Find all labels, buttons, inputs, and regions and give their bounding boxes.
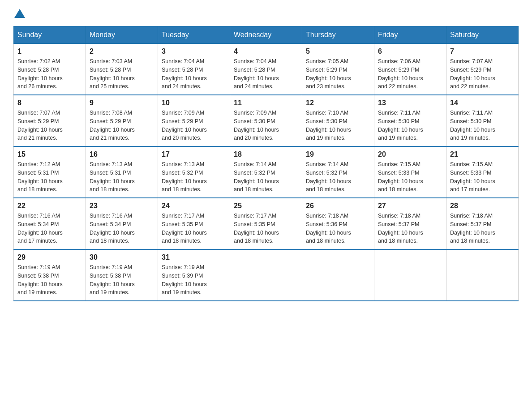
day-info: Sunrise: 7:11 AM Sunset: 5:30 PM Dayligh… [450,109,515,142]
calendar-day-cell: 28 Sunrise: 7:18 AM Sunset: 5:37 PM Dayl… [446,198,519,249]
day-info: Sunrise: 7:05 AM Sunset: 5:29 PM Dayligh… [306,57,370,91]
day-info: Sunrise: 7:09 AM Sunset: 5:29 PM Dayligh… [162,109,226,142]
calendar-day-cell: 24 Sunrise: 7:17 AM Sunset: 5:35 PM Dayl… [158,198,230,249]
calendar-day-cell: 2 Sunrise: 7:03 AM Sunset: 5:28 PM Dayli… [86,44,158,95]
calendar-day-cell: 3 Sunrise: 7:04 AM Sunset: 5:28 PM Dayli… [158,44,230,95]
calendar-day-cell: 27 Sunrise: 7:18 AM Sunset: 5:37 PM Dayl… [374,198,446,249]
day-info: Sunrise: 7:13 AM Sunset: 5:31 PM Dayligh… [90,160,154,194]
day-number: 7 [450,47,515,56]
calendar-week-row: 22 Sunrise: 7:16 AM Sunset: 5:34 PM Dayl… [14,198,519,249]
day-of-week-header: Tuesday [158,26,230,44]
calendar-day-cell: 9 Sunrise: 7:08 AM Sunset: 5:29 PM Dayli… [86,95,158,146]
day-number: 20 [378,150,442,158]
day-number: 8 [17,99,82,107]
day-info: Sunrise: 7:14 AM Sunset: 5:32 PM Dayligh… [234,160,298,194]
calendar-day-cell: 23 Sunrise: 7:16 AM Sunset: 5:34 PM Dayl… [86,198,158,249]
calendar-day-cell: 20 Sunrise: 7:15 AM Sunset: 5:33 PM Dayl… [374,146,446,198]
day-of-week-header: Saturday [446,26,519,44]
day-info: Sunrise: 7:15 AM Sunset: 5:33 PM Dayligh… [378,160,442,194]
day-info: Sunrise: 7:17 AM Sunset: 5:35 PM Dayligh… [162,212,226,245]
day-number: 21 [450,150,515,158]
calendar-day-cell: 6 Sunrise: 7:06 AM Sunset: 5:29 PM Dayli… [374,44,446,95]
day-info: Sunrise: 7:13 AM Sunset: 5:32 PM Dayligh… [162,160,226,194]
day-info: Sunrise: 7:04 AM Sunset: 5:28 PM Dayligh… [234,57,298,91]
day-info: Sunrise: 7:15 AM Sunset: 5:33 PM Dayligh… [450,160,515,194]
calendar-header-row: SundayMondayTuesdayWednesdayThursdayFrid… [14,26,519,44]
calendar-day-cell: 7 Sunrise: 7:07 AM Sunset: 5:29 PM Dayli… [446,44,519,95]
day-number: 30 [90,253,154,261]
calendar-day-cell: 12 Sunrise: 7:10 AM Sunset: 5:30 PM Dayl… [302,95,374,146]
calendar-day-cell: 31 Sunrise: 7:19 AM Sunset: 5:39 PM Dayl… [158,249,230,301]
calendar-day-cell: 16 Sunrise: 7:13 AM Sunset: 5:31 PM Dayl… [86,146,158,198]
day-number: 13 [378,99,442,107]
day-info: Sunrise: 7:07 AM Sunset: 5:29 PM Dayligh… [450,57,515,91]
day-info: Sunrise: 7:11 AM Sunset: 5:30 PM Dayligh… [378,109,442,142]
day-number: 24 [162,202,226,210]
calendar-day-cell: 4 Sunrise: 7:04 AM Sunset: 5:28 PM Dayli… [230,44,302,95]
day-of-week-header: Sunday [14,26,86,44]
page-header [13,9,519,17]
calendar-day-cell: 25 Sunrise: 7:17 AM Sunset: 5:35 PM Dayl… [230,198,302,249]
day-number: 31 [162,253,226,261]
day-info: Sunrise: 7:09 AM Sunset: 5:30 PM Dayligh… [234,109,298,142]
day-number: 29 [17,253,82,261]
day-number: 10 [162,99,226,107]
calendar-day-cell [446,249,519,301]
calendar-day-cell: 5 Sunrise: 7:05 AM Sunset: 5:29 PM Dayli… [302,44,374,95]
day-info: Sunrise: 7:08 AM Sunset: 5:29 PM Dayligh… [90,109,154,142]
calendar-day-cell: 30 Sunrise: 7:19 AM Sunset: 5:38 PM Dayl… [86,249,158,301]
day-number: 22 [17,202,82,210]
calendar-day-cell: 15 Sunrise: 7:12 AM Sunset: 5:31 PM Dayl… [14,146,86,198]
day-number: 26 [306,202,370,210]
calendar-day-cell: 14 Sunrise: 7:11 AM Sunset: 5:30 PM Dayl… [446,95,519,146]
day-info: Sunrise: 7:19 AM Sunset: 5:39 PM Dayligh… [162,263,226,297]
day-number: 25 [234,202,298,210]
calendar-week-row: 29 Sunrise: 7:19 AM Sunset: 5:38 PM Dayl… [14,249,519,301]
day-info: Sunrise: 7:18 AM Sunset: 5:36 PM Dayligh… [306,212,370,245]
day-number: 3 [162,47,226,56]
day-info: Sunrise: 7:02 AM Sunset: 5:28 PM Dayligh… [17,57,82,91]
day-of-week-header: Wednesday [230,26,302,44]
day-number: 11 [234,99,298,107]
calendar-day-cell: 13 Sunrise: 7:11 AM Sunset: 5:30 PM Dayl… [374,95,446,146]
day-number: 17 [162,150,226,158]
day-info: Sunrise: 7:03 AM Sunset: 5:28 PM Dayligh… [90,57,154,91]
day-info: Sunrise: 7:16 AM Sunset: 5:34 PM Dayligh… [17,212,82,245]
calendar-day-cell: 17 Sunrise: 7:13 AM Sunset: 5:32 PM Dayl… [158,146,230,198]
day-number: 15 [17,150,82,158]
day-number: 19 [306,150,370,158]
calendar-day-cell: 21 Sunrise: 7:15 AM Sunset: 5:33 PM Dayl… [446,146,519,198]
day-number: 1 [17,47,82,56]
day-number: 4 [234,47,298,56]
day-info: Sunrise: 7:14 AM Sunset: 5:32 PM Dayligh… [306,160,370,194]
day-of-week-header: Monday [86,26,158,44]
calendar-day-cell [374,249,446,301]
calendar-day-cell: 11 Sunrise: 7:09 AM Sunset: 5:30 PM Dayl… [230,95,302,146]
day-of-week-header: Thursday [302,26,374,44]
calendar-day-cell: 29 Sunrise: 7:19 AM Sunset: 5:38 PM Dayl… [14,249,86,301]
day-info: Sunrise: 7:10 AM Sunset: 5:30 PM Dayligh… [306,109,370,142]
day-number: 16 [90,150,154,158]
calendar-day-cell [302,249,374,301]
day-number: 23 [90,202,154,210]
day-info: Sunrise: 7:19 AM Sunset: 5:38 PM Dayligh… [90,263,154,297]
calendar-week-row: 15 Sunrise: 7:12 AM Sunset: 5:31 PM Dayl… [14,146,519,198]
calendar-week-row: 8 Sunrise: 7:07 AM Sunset: 5:29 PM Dayli… [14,95,519,146]
calendar-day-cell: 10 Sunrise: 7:09 AM Sunset: 5:29 PM Dayl… [158,95,230,146]
calendar-day-cell: 22 Sunrise: 7:16 AM Sunset: 5:34 PM Dayl… [14,198,86,249]
day-number: 2 [90,47,154,56]
day-info: Sunrise: 7:06 AM Sunset: 5:29 PM Dayligh… [378,57,442,91]
day-number: 27 [378,202,442,210]
logo-triangle-icon [14,9,25,18]
day-of-week-header: Friday [374,26,446,44]
calendar-day-cell: 8 Sunrise: 7:07 AM Sunset: 5:29 PM Dayli… [14,95,86,146]
day-number: 9 [90,99,154,107]
day-info: Sunrise: 7:12 AM Sunset: 5:31 PM Dayligh… [17,160,82,194]
calendar-day-cell: 18 Sunrise: 7:14 AM Sunset: 5:32 PM Dayl… [230,146,302,198]
day-number: 5 [306,47,370,56]
calendar-day-cell: 26 Sunrise: 7:18 AM Sunset: 5:36 PM Dayl… [302,198,374,249]
calendar-day-cell: 19 Sunrise: 7:14 AM Sunset: 5:32 PM Dayl… [302,146,374,198]
day-info: Sunrise: 7:04 AM Sunset: 5:28 PM Dayligh… [162,57,226,91]
day-info: Sunrise: 7:19 AM Sunset: 5:38 PM Dayligh… [17,263,82,297]
calendar-day-cell [230,249,302,301]
